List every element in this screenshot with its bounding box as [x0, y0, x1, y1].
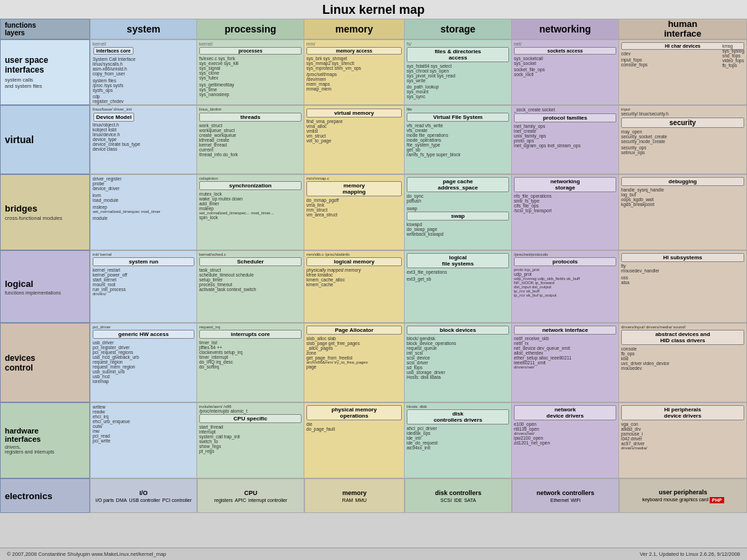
label-virtual: virtual [0, 105, 90, 174]
row-hardware: hardwareinterfaces drivers,registers and… [0, 402, 747, 478]
functions-layers-label: functions layers [0, 19, 90, 39]
label-bridges: bridges cross-functional modules [0, 174, 90, 250]
cell-bridges-processing: colspinton synchronization mutex_lock wa… [197, 174, 304, 250]
cell-devices-memory: Page Allocator slob_alloc slab slob_page… [304, 323, 405, 402]
cell-hardware-networking: networkdevice drivers e100_open rt8139_o… [512, 402, 619, 478]
cell-bridges-networking: networkingstorage nfs_file_operations sm… [512, 174, 619, 250]
cell-devices-system: pci_driver generic HW access usb_driver … [90, 323, 197, 402]
cell-elec-network: network controllers Ethernet WiFi [512, 478, 619, 513]
main-container: Linux kernel map functions layers system… [0, 0, 747, 560]
cell-logical-processing: kernel/sched.c Scheduler task_struct sch… [197, 250, 304, 323]
cell-virtual-system: linux/base/ driver_init Device Model lin… [90, 105, 197, 174]
cell-userspace-human: HI char devices cdev input_fops console_… [619, 39, 747, 105]
cell-virtual-human: input security/ linux/security.h securit… [619, 105, 747, 174]
cell-userspace-system: kernel/ interfaces core System Call Inte… [90, 39, 197, 105]
col-memory-header: memory [304, 19, 405, 39]
cell-virtual-processing: linux_binfmt threads work_struct workque… [197, 105, 304, 174]
label-logical: logical functions implementations [0, 250, 90, 323]
cell-devices-processing: request_irq interrupts core timer_list j… [197, 323, 304, 402]
col-processing-header: processing [197, 19, 304, 39]
cell-bridges-memory: mm/mmap.c memorymapping do_mmap_pgoff vm… [304, 174, 405, 250]
cell-logical-system: init/ kernel system run kernel_restart k… [90, 250, 197, 323]
cell-elec-peripherals: user peripherals keyboard mouse graphics… [619, 478, 747, 513]
cell-virtual-storage: file Virtual File System vfs_read vfs_wr… [405, 105, 512, 174]
cell-userspace-networking: net/ sockets access sys_socketcall sys_s… [512, 39, 619, 105]
cell-elec-cpu: CPU registers APIC interrupt controller [197, 478, 304, 513]
row-virtual: virtual linux/base/ driver_init Device M… [0, 105, 747, 174]
version: Ver 2.1, Updated to Linux 2.6.26, 9/12/2… [640, 551, 740, 557]
cell-hardware-system: writew readw ehci_irq ehci_urb_enqueue o… [90, 402, 197, 478]
cell-hardware-processing: include/asm/ /x86 /proc/interrupts atomi… [197, 402, 304, 478]
cell-userspace-storage: fs/ files & directoriesaccess sys_fstat6… [405, 39, 512, 105]
label-user-space: user spaceinterfaces system callsand sys… [0, 39, 90, 105]
cell-hardware-storage: Hosts: disk diskcontrollers drivers ahci… [405, 402, 512, 478]
row-electronics: electronics I/O I/O parts DMA USB contro… [0, 478, 747, 513]
kernel-map: functions layers system processing memor… [0, 19, 747, 513]
page-title: Linux kernel map [0, 0, 747, 19]
copyright: © 2007,2008 Constantine Shulyupin www.Ma… [7, 551, 166, 557]
cell-userspace-processing: kernel/ processes fs/exec.c sys_fork sys… [197, 39, 304, 105]
cell-elec-io: I/O I/O parts DMA USB controller PCI con… [90, 478, 197, 513]
cell-elec-disk: disk controllers SCSI IDE SATA [405, 478, 512, 513]
cell-devices-storage: block devices block/ gendisk block_devic… [405, 323, 512, 402]
cell-bridges-storage: page cacheaddress_space do_sync pdflush … [405, 174, 512, 250]
row-bridges: bridges cross-functional modules driver_… [0, 174, 747, 250]
col-storage-header: storage [405, 19, 512, 39]
cell-logical-human: HI subsystems tty mousedev_handler oss a… [619, 250, 747, 323]
row-logical: logical functions implementations init/ … [0, 250, 747, 323]
cell-virtual-networking: _sock_create socket protocol families in… [512, 105, 619, 174]
cell-hardware-memory: physical memoryoperations die do_page_fa… [304, 402, 405, 478]
label-electronics: electronics [0, 478, 90, 513]
row-user-space: user spaceinterfaces system callsand sys… [0, 39, 747, 105]
cell-bridges-system: driver_register probe device_driver kvm … [90, 174, 197, 250]
cell-hardware-human: HI peripheralsdevice drivers vga_con atk… [619, 402, 747, 478]
col-networking-header: networking [512, 19, 619, 39]
cell-virtual-memory: virtual memory find_vma_prepare vma_allo… [304, 105, 405, 174]
cell-userspace-memory: mm/ memory access sys_brk sys_shmget sys… [304, 39, 405, 105]
row-devices-control: devicescontrol pci_driver generic HW acc… [0, 323, 747, 402]
header-row: functions layers system processing memor… [0, 19, 747, 39]
footer: © 2007,2008 Constantine Shulyupin www.Ma… [0, 548, 747, 560]
label-hardware: hardwareinterfaces drivers,registers and… [0, 402, 90, 478]
label-devices-control: devicescontrol [0, 323, 90, 402]
cell-logical-storage: logicalfile systems ext3_file_operations… [405, 250, 512, 323]
cell-elec-memory: memory RAM MMU [304, 478, 405, 513]
col-human-header: humaninterface [619, 19, 747, 39]
cell-devices-human: drivers/input/ drivers/media/ sound/ abs… [619, 323, 747, 402]
cell-logical-memory: mm/slib.c /proc/slabinfo logical memory … [304, 250, 405, 323]
cell-logical-networking: /proc/net/protocols protocols proto tcp_… [512, 250, 619, 323]
cell-bridges-human: debugging handle_sysrq_handle log_buf oo… [619, 174, 747, 250]
col-system-header: system [90, 19, 197, 39]
cell-devices-networking: network interface netif_receive_skb neti… [512, 323, 619, 402]
